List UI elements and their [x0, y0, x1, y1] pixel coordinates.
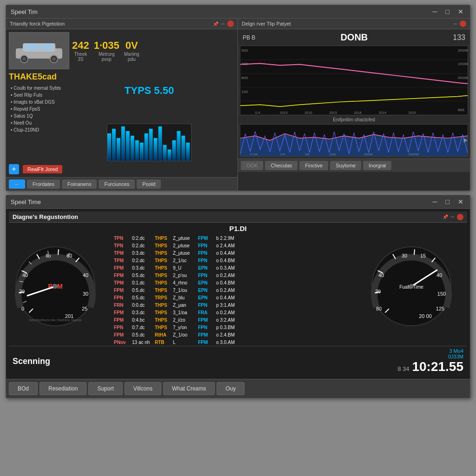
svg-text:40: 40	[22, 272, 28, 278]
left-panel-body: 242 Theek 3S 1·035 Metrurg pvsp 0V Marii…	[6, 29, 238, 177]
table-row: TPN0:2.dcTHPSΖ_μtuseFPMb 2.2.9M	[114, 235, 362, 242]
svg-text:1500B: 1500B	[364, 152, 372, 156]
mini-chart2-svg: 0 100 175 106 1040 1500B 1500ND	[240, 125, 468, 156]
svg-text:2000B: 2000B	[458, 48, 468, 53]
stat-2-label: Metrurg	[94, 52, 119, 57]
bottom-window-controls: ─ □ ✕	[431, 198, 465, 205]
svg-rect-20	[163, 145, 167, 161]
svg-text:30: 30	[83, 291, 88, 297]
diag-close-dot[interactable]	[457, 214, 463, 220]
mini-bar-chart	[107, 124, 191, 162]
svg-text:4000B: 4000B	[458, 76, 468, 80]
checulas-btn[interactable]: Checulas	[265, 161, 298, 170]
svg-text:1500ND: 1500ND	[408, 152, 419, 156]
svg-text:15: 15	[420, 253, 426, 258]
svg-text:886: 886	[458, 108, 465, 112]
maximize-btn[interactable]: □	[444, 8, 451, 15]
table-row: TPM0:3.dcTHPSZ_μtuseFPNo 0.4.AM	[114, 250, 362, 257]
svg-text:80: 80	[376, 306, 382, 311]
what-creams-btn[interactable]: What Creams	[163, 382, 215, 395]
vehicle-name: THAKE5cad	[9, 72, 235, 82]
svg-text:40: 40	[378, 272, 384, 278]
right-gauge-svg: 40 20 80 30 15 40 150 125 20 00 Fualla T…	[365, 235, 458, 328]
svg-text:0  100: 0 100	[250, 152, 258, 156]
bullet-item: Coulb for mernal Sybts	[11, 85, 61, 92]
table-row: FPM0:5.dcTHPS2_p'ouFPNo 0.2.AM	[114, 272, 362, 279]
bottom-close-btn[interactable]: ✕	[456, 198, 465, 205]
svg-text:30: 30	[402, 253, 407, 258]
table-row: PNov13 ac nhRTBLFPMo 3.0.AM	[114, 339, 362, 346]
svg-text:125: 125	[436, 306, 444, 311]
bullet-list: Coulb for mernal SybtsSeel Rlip FulsImag…	[9, 85, 61, 161]
svg-text:300: 300	[241, 48, 248, 53]
svg-rect-22	[172, 140, 176, 161]
frordates-btn[interactable]: Frordates	[27, 179, 60, 189]
villcons-btn[interactable]: Villcons	[125, 382, 161, 395]
left-close-dot[interactable]	[227, 20, 234, 27]
inorgral-btn[interactable]: Inorgral	[363, 161, 391, 170]
svg-text:2015: 2015	[280, 111, 288, 115]
pin-icon[interactable]: 📌	[213, 21, 218, 26]
left-toolbar: ← Frordates Foinanens Furciunces Poold	[6, 177, 238, 191]
bottom-minimize-btn[interactable]: ─	[431, 198, 439, 205]
svg-text:150: 150	[437, 291, 446, 297]
chart-label-pb: PB B	[243, 34, 255, 41]
bullet-item: Clup-210ND	[11, 126, 61, 133]
realfit-button[interactable]: RealFlt Jored	[23, 165, 62, 173]
resediation-btn[interactable]: Resediation	[40, 382, 86, 395]
foinanens-btn[interactable]: Foinanens	[62, 179, 97, 189]
stat-1-label: Theek	[72, 52, 89, 57]
diag-controls: 📌 ─	[443, 214, 463, 220]
svg-line-58	[58, 250, 59, 255]
bod-btn[interactable]: BOd	[9, 382, 38, 395]
svg-rect-18	[154, 138, 158, 161]
minimize-btn[interactable]: ─	[431, 8, 439, 15]
left-panel: Trtandly forck Pigetotion 📌 ─	[6, 19, 238, 191]
svg-text:40: 40	[83, 272, 88, 278]
svg-point-5	[52, 57, 56, 61]
add-button[interactable]: +	[9, 164, 19, 174]
svg-text:2010: 2010	[304, 111, 312, 115]
time-area: 3 Mo4 0J33M 8 34 10:21.55	[397, 348, 463, 374]
furciunces-btn[interactable]: Furciunces	[99, 179, 135, 189]
diag-pin-icon[interactable]: 📌	[443, 214, 448, 219]
finctive-btn[interactable]: Finctive	[299, 161, 328, 170]
back-button[interactable]: ←	[9, 179, 25, 189]
svg-point-76	[53, 284, 58, 289]
car-svg	[11, 37, 67, 65]
svg-text:2015: 2015	[329, 111, 337, 115]
chart-num: 133	[453, 33, 465, 42]
stat-2-sub: pvsp	[94, 57, 119, 62]
bottom-maximize-btn[interactable]: □	[444, 198, 451, 205]
svg-text:106: 106	[304, 152, 310, 156]
close-btn[interactable]: ✕	[456, 8, 465, 15]
bullet-item: Salus 1Q	[11, 112, 61, 119]
middle-row: Coulb for mernal SybtsSeel Rlip FulsImag…	[9, 85, 235, 161]
svg-rect-6	[24, 44, 38, 50]
gauge-left: 40 20 0 llo 60 40 30 25 201 RPM Inst Ree…	[9, 235, 111, 346]
bullet-item: Imagts to vBat DGS	[11, 99, 61, 106]
ook-btn[interactable]: OOK	[241, 161, 263, 170]
minus-icon[interactable]: ─	[221, 21, 225, 26]
left-panel-title: Trtandly forck Pigetotion	[10, 21, 65, 26]
diag-minus-icon[interactable]: ─	[451, 214, 454, 219]
suylome-btn[interactable]: Suylome	[330, 161, 361, 170]
gauge-right: 40 20 80 30 15 40 150 125 20 00 Fualla T…	[365, 235, 467, 346]
right-minus-icon[interactable]: ─	[454, 21, 457, 26]
diag-panel-title: Diagne's Regustontion	[13, 213, 78, 220]
bottom-window: Speel Time ─ □ ✕ Diagne's Regustontion 📌…	[6, 195, 470, 398]
svg-text:1040: 1040	[329, 152, 336, 156]
table-row: FPM0:5.dcTHPS7_1/ouEPNo 0.2.AM	[114, 287, 362, 294]
top-window-title: Speel Tim	[11, 8, 38, 15]
table-row: TPM0:1.dcTHPS4_rhnoEPNo 0.4.BM	[114, 280, 362, 286]
main-chart: 300 400 800 100 2000B 1000B 4000B 886 0-…	[240, 46, 468, 115]
table-row: FPM0:4.bcTHPS2_i/zoFPMo 3:2.AM	[114, 317, 362, 324]
table-row: TPM0:2.dcTHPS2_1/scFPNo 0.4.BM	[114, 258, 362, 264]
bullet-item: Repvid FpsS	[11, 106, 61, 112]
svg-text:0: 0	[21, 306, 24, 311]
poold-btn[interactable]: Poold	[137, 179, 161, 189]
suport-btn[interactable]: Suport	[88, 382, 122, 395]
right-panel-controls: ─	[454, 20, 466, 27]
right-close-dot[interactable]	[460, 20, 466, 27]
ouy-btn[interactable]: Ouy	[217, 382, 245, 395]
